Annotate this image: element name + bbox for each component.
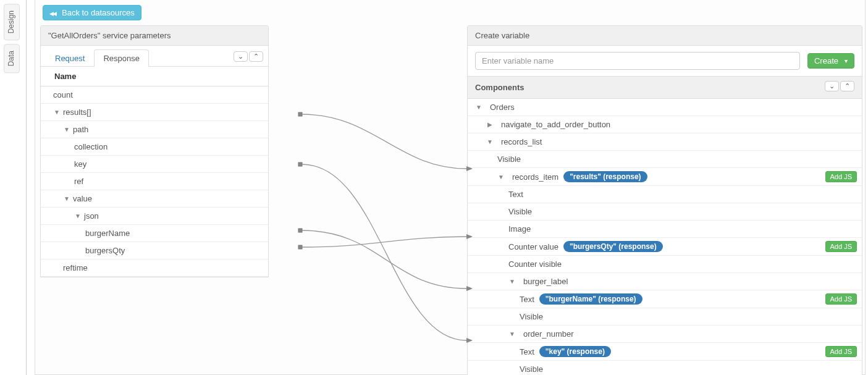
caret-down-icon[interactable]: ▼ (63, 195, 70, 202)
mapping-connectors (269, 25, 474, 371)
tree-item[interactable]: ▼value (41, 190, 268, 208)
binding-pill[interactable]: "burgersQty" (response) (563, 241, 663, 252)
tree-item[interactable]: ▼path (41, 121, 268, 138)
tree-item[interactable]: key (41, 156, 268, 173)
svg-rect-6 (298, 245, 302, 249)
component-node[interactable]: ▼Orders (468, 99, 862, 116)
create-variable-title: Create variable (475, 31, 529, 40)
rewind-icon (49, 8, 58, 17)
add-js-button[interactable]: Add JS (825, 293, 857, 305)
component-prop[interactable]: Text (468, 186, 862, 203)
component-prop[interactable]: Visible (468, 361, 862, 375)
component-node[interactable]: ▼order_number (468, 326, 862, 343)
caret-down-icon[interactable]: ▼ (63, 126, 70, 133)
component-prop[interactable]: Counter visible (468, 256, 862, 273)
component-prop[interactable]: Text "key" (response) Add JS (468, 343, 862, 361)
expand-down-button[interactable]: ⌄ (234, 51, 248, 62)
create-variable-button[interactable]: Create (807, 53, 854, 69)
chevron-down-icon: ⌄ (238, 53, 243, 60)
binding-pill[interactable]: "key" (response) (539, 346, 611, 357)
components-collapse-button[interactable]: ⌃ (840, 81, 854, 91)
svg-rect-2 (298, 162, 302, 166)
caret-down-icon[interactable]: ▼ (475, 104, 482, 111)
binding-pill[interactable]: "burgerName" (response) (539, 293, 643, 305)
add-js-button[interactable]: Add JS (825, 346, 857, 357)
column-header-name: Name (41, 67, 268, 86)
caret-down-icon[interactable]: ▼ (508, 278, 516, 285)
chevron-up-icon: ⌃ (253, 53, 259, 60)
tree-item[interactable]: reftime (41, 259, 268, 277)
chevron-up-icon: ⌃ (845, 82, 850, 90)
tree-item[interactable]: ▼json (41, 208, 268, 225)
component-node[interactable]: ▼records_list (468, 133, 862, 151)
caret-down-icon[interactable]: ▼ (497, 174, 505, 180)
caret-down-icon[interactable]: ▼ (508, 331, 516, 337)
components-expand-button[interactable]: ⌄ (825, 81, 839, 91)
component-prop[interactable]: Visible (468, 203, 862, 221)
collapse-up-button[interactable]: ⌃ (249, 51, 263, 62)
tree-item[interactable]: burgersQty (41, 242, 268, 259)
tab-request[interactable]: Request (46, 49, 94, 67)
component-prop[interactable]: Image (468, 221, 862, 238)
add-js-button[interactable]: Add JS (825, 171, 857, 182)
variable-name-input[interactable] (475, 52, 800, 70)
component-node[interactable]: ▶navigate_to_add_order_button (468, 116, 862, 133)
add-js-button[interactable]: Add JS (825, 241, 857, 252)
component-node[interactable]: ▼ records_item "results" (response) Add … (468, 168, 862, 186)
tree-item[interactable]: count (41, 86, 268, 104)
caret-down-icon[interactable]: ▼ (53, 109, 61, 116)
right-panel: Create variable Create Components ⌄ ⌃ ▼O… (467, 25, 862, 375)
service-parameters-panel: "GetAllOrders" service parameters Reques… (40, 25, 269, 277)
component-prop[interactable]: Text "burgerName" (response) Add JS (468, 290, 862, 308)
vertical-divider (26, 0, 27, 375)
side-tab-data[interactable]: Data (4, 44, 20, 73)
tree-item[interactable]: ▼results[] (41, 104, 268, 121)
tree-item[interactable]: ref (41, 173, 268, 190)
caret-down-icon[interactable]: ▼ (486, 138, 494, 145)
component-prop[interactable]: Visible (468, 151, 862, 168)
tree-item[interactable]: collection (41, 138, 268, 156)
component-prop[interactable]: Visible (468, 308, 862, 326)
side-tab-design[interactable]: Design (4, 4, 20, 40)
component-prop[interactable]: Counter value "burgersQty" (response) Ad… (468, 238, 862, 256)
back-button-label: Back to datasources (62, 8, 135, 17)
chevron-down-icon: ⌄ (829, 82, 835, 90)
svg-rect-0 (298, 112, 302, 116)
component-node[interactable]: ▼burger_label (468, 273, 862, 290)
svg-rect-4 (298, 229, 302, 232)
tree-item[interactable]: burgerName (41, 225, 268, 242)
caret-down-icon[interactable]: ▼ (74, 213, 82, 219)
binding-pill[interactable]: "results" (response) (563, 171, 647, 182)
tab-response[interactable]: Response (94, 49, 149, 67)
components-title: Components (475, 83, 524, 92)
main-area: Back to datasources "GetAllOrders" servi… (35, 0, 866, 375)
back-to-datasources-button[interactable]: Back to datasources (43, 5, 141, 20)
caret-right-icon[interactable]: ▶ (486, 121, 494, 128)
left-panel-title: "GetAllOrders" service parameters (48, 31, 171, 40)
